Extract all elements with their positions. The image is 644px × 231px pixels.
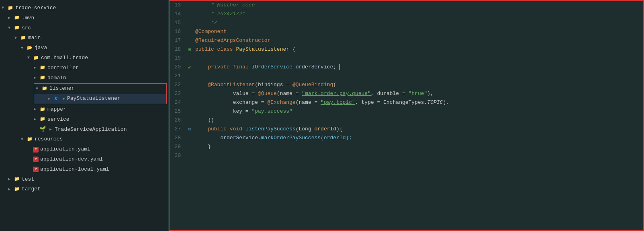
- line-content: @RabbitListener(bindings = @QueueBinding…: [194, 80, 643, 89]
- run-icon: ▶: [47, 126, 54, 133]
- line-num: 26: [170, 116, 186, 125]
- code-line-15: 15 */: [170, 19, 643, 27]
- arrow-java: [21, 45, 27, 52]
- code-line-13: 13 * @author ccoo: [170, 1, 643, 10]
- line-num: 27: [170, 125, 186, 134]
- line-content: [194, 151, 643, 160]
- arrow-class: [48, 96, 53, 102]
- tree-item-service[interactable]: 📁 service: [0, 115, 168, 125]
- tree-label: application-local.yaml: [40, 165, 109, 174]
- arrow-mvn: [8, 15, 14, 21]
- line-content: * 2024/1/21: [194, 10, 643, 19]
- arrow-main: [14, 35, 20, 41]
- folder-icon: 📁: [14, 25, 20, 31]
- tree-item-src[interactable]: 📁 src: [0, 23, 168, 33]
- line-num: 15: [170, 19, 186, 27]
- arrow-listener: [36, 86, 41, 92]
- code-editor[interactable]: 13 * @author ccoo 14 * 2024/1/21 15 */ 1…: [169, 0, 644, 231]
- code-line-27: 27 ⊞ public void listenPaySuccess(Long o…: [170, 125, 643, 134]
- arrow-test: [8, 176, 14, 183]
- class-icon: C: [53, 96, 59, 102]
- tree-item-mapper[interactable]: 📁 mapper: [0, 105, 168, 115]
- line-content: exchange = @Exchange(name = "pay.topic",…: [194, 98, 643, 107]
- tree-label: mapper: [47, 105, 66, 114]
- tree-label: application.yaml: [40, 145, 90, 154]
- code-line-17: 17 @RequiredArgsConstructor: [170, 36, 643, 45]
- tree-item-listener[interactable]: 📁 listener: [34, 84, 166, 94]
- tree-label: target: [22, 185, 41, 194]
- line-num: 30: [170, 151, 186, 160]
- line-content: @Component: [194, 27, 643, 36]
- tree-item-domain[interactable]: 📁 domain: [0, 73, 168, 83]
- arrow-controller: [34, 65, 39, 71]
- tree-item-trade-service[interactable]: 📁 trade-service: [0, 3, 168, 13]
- line-gutter: ⊞: [186, 125, 194, 134]
- arrow-domain: [34, 75, 39, 81]
- code-line-28: 28 orderService.markOrderPaySuccess(orde…: [170, 134, 643, 142]
- tree-item-controller[interactable]: 📁 controller: [0, 63, 168, 73]
- line-content: private final IOrderService orderService…: [194, 63, 643, 72]
- arrow-service: [34, 116, 39, 123]
- arrow-trade-service: [2, 5, 7, 11]
- line-num: 20: [170, 63, 186, 72]
- line-content: * @author ccoo: [194, 1, 643, 10]
- line-num: 21: [170, 72, 186, 80]
- tree-item-test[interactable]: 📁 test: [0, 175, 168, 185]
- tree-label: service: [47, 116, 70, 124]
- tree-item-java[interactable]: 📂 java: [0, 43, 168, 53]
- tree-item-main[interactable]: 📁 main: [0, 33, 168, 43]
- line-content: @RequiredArgsConstructor: [194, 36, 643, 45]
- code-line-18: 18 ◉ public class PayStatusListener {: [170, 45, 643, 54]
- code-line-14: 14 * 2024/1/21: [170, 10, 643, 19]
- tree-item-app-yaml[interactable]: Y application.yaml: [0, 144, 168, 155]
- tree-item-package[interactable]: 📁 com.hmall.trade: [0, 53, 168, 63]
- folder-icon: 📁: [39, 65, 46, 71]
- yaml-icon: Y: [33, 157, 39, 162]
- line-num: 19: [170, 54, 186, 63]
- yaml-icon: Y: [33, 147, 39, 153]
- line-content: )): [194, 116, 643, 125]
- arrow-resources: [21, 136, 27, 143]
- line-gutter: ◉: [186, 45, 194, 54]
- listener-group: 📁 listener C ▶ PayStatusListener: [34, 83, 167, 104]
- line-num: 14: [170, 10, 186, 19]
- line-content: value = @Queue(name = "mark.order.pay.qu…: [194, 89, 643, 98]
- tree-item-local-yaml[interactable]: Y application-local.yaml: [0, 165, 168, 175]
- folder-icon: 📁: [39, 106, 46, 113]
- arrow-target: [8, 186, 14, 193]
- code-wrapper: 13 * @author ccoo 14 * 2024/1/21 15 */ 1…: [169, 0, 644, 231]
- code-line-22: 22 @RabbitListener(bindings = @QueueBind…: [170, 80, 643, 89]
- tree-label: controller: [47, 64, 79, 72]
- tree-label: domain: [47, 74, 66, 82]
- tree-label: com.hmall.trade: [41, 54, 88, 62]
- tree-item-resources[interactable]: 📁 resources: [0, 134, 168, 144]
- folder-icon: 📁: [27, 136, 33, 143]
- line-num: 17: [170, 36, 186, 45]
- folder-icon: 📁: [39, 75, 46, 81]
- arrow-mapper: [34, 106, 39, 113]
- tree-label: application-dev.yaml: [40, 155, 103, 164]
- tree-item-target[interactable]: 📁 target: [0, 184, 168, 194]
- code-line-21: 21: [170, 72, 643, 80]
- tree-item-paystatuslistener[interactable]: C ▶ PayStatusListener: [34, 94, 166, 104]
- folder-icon: 📁: [14, 176, 20, 183]
- line-content: public void listenPaySuccess(Long orderI…: [194, 125, 643, 134]
- line-num: 29: [170, 142, 186, 151]
- folder-blue-icon: 📂: [27, 45, 33, 52]
- line-num: 18: [170, 45, 186, 54]
- code-line-19: 19: [170, 54, 643, 63]
- tree-label: .mvn: [22, 14, 34, 23]
- code-line-26: 26 )): [170, 116, 643, 125]
- line-num: 28: [170, 134, 186, 142]
- code-line-29: 29 }: [170, 142, 643, 151]
- line-content: orderService.markOrderPaySuccess(orderId…: [194, 134, 643, 142]
- tree-item-tradeapp[interactable]: 🌱 ▶ TradeServiceApplication: [0, 125, 168, 135]
- arrow-src: [8, 25, 14, 31]
- folder-icon: 📁: [20, 35, 27, 41]
- line-content: [194, 72, 643, 80]
- tree-label: main: [28, 34, 41, 42]
- tree-label: trade-service: [15, 4, 56, 12]
- tree-item-mvn[interactable]: 📁 .mvn: [0, 13, 168, 23]
- tree-item-dev-yaml[interactable]: Y application-dev.yaml: [0, 155, 168, 165]
- tree-label: PayStatusListener: [67, 95, 121, 103]
